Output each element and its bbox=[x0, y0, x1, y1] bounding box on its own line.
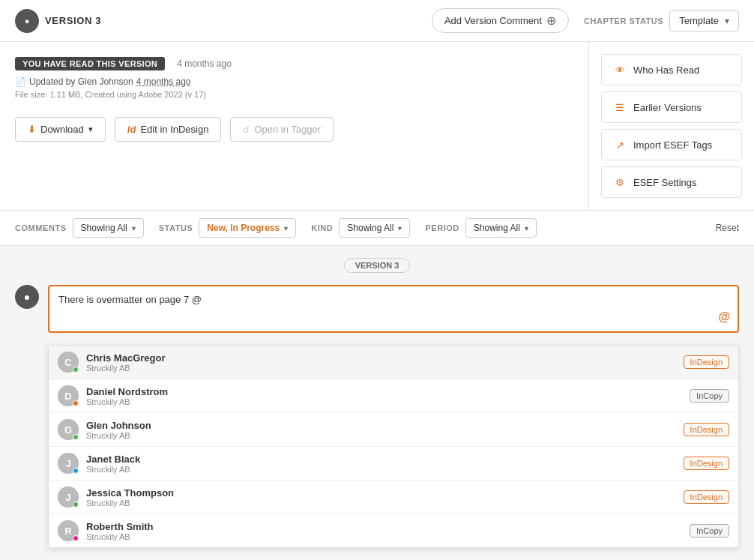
chapter-status-label: CHAPTER STATUS bbox=[584, 16, 663, 25]
status-dot bbox=[73, 502, 79, 508]
updated-line: 📄 Updated by Glen Johnson 4 months ago bbox=[15, 76, 573, 87]
mention-name: Roberth Smith bbox=[86, 521, 682, 532]
mention-app-badge: InDesign bbox=[684, 355, 729, 369]
mention-avatar: G bbox=[58, 419, 79, 440]
comments-filter-label: COMMENTS bbox=[15, 223, 67, 232]
status-dot bbox=[73, 367, 79, 373]
open-tagger-label: Open in Tagger bbox=[254, 124, 321, 135]
settings-icon: ⚙ bbox=[612, 175, 627, 190]
kind-filter-label: KIND bbox=[311, 223, 333, 232]
comments-filter-group: COMMENTS Showing All ▾ bbox=[15, 218, 144, 238]
comments-filter-select[interactable]: Showing All ▾ bbox=[73, 218, 144, 238]
download-button[interactable]: ⬇ Download ▾ bbox=[15, 117, 106, 142]
mention-app-badge: InCopy bbox=[690, 524, 729, 538]
comment-input-row: ● There is overmatter on page 7 @ @ bbox=[15, 285, 739, 333]
edit-indesign-label: Edit in InDesign bbox=[140, 124, 208, 135]
action-buttons: ⬇ Download ▾ Id Edit in InDesign ☌ Open … bbox=[15, 117, 573, 142]
status-dot bbox=[73, 434, 79, 440]
comment-input-box[interactable]: There is overmatter on page 7 @ @ bbox=[48, 285, 739, 333]
add-version-comment-button[interactable]: Add Version Comment ⊕ bbox=[432, 8, 569, 33]
mention-item[interactable]: R Roberth Smith Struckily AB InCopy bbox=[49, 514, 738, 547]
status-dot bbox=[73, 468, 79, 474]
mention-item[interactable]: G Glen Johnson Struckily AB InDesign bbox=[49, 413, 738, 447]
eye-icon: 👁 bbox=[612, 62, 627, 77]
status-chevron-icon: ▾ bbox=[284, 224, 288, 232]
version-badge: ● VERSION 3 bbox=[15, 9, 101, 33]
mention-name: Janet Black bbox=[86, 454, 676, 465]
add-version-label: Add Version Comment bbox=[444, 15, 542, 26]
status-filter-value: New, In Progress bbox=[207, 223, 280, 233]
mention-dropdown: C Chris MacGregor Struckily AB InDesign … bbox=[48, 345, 739, 548]
mention-name: Jessica Thompson bbox=[86, 487, 676, 499]
comment-input-wrapper[interactable]: There is overmatter on page 7 @ @ bbox=[48, 285, 739, 333]
status-filter-label: STATUS bbox=[159, 223, 193, 232]
updated-by: Updated by Glen Johnson bbox=[29, 76, 133, 87]
period-filter-select[interactable]: Showing All ▾ bbox=[465, 218, 537, 238]
mention-item[interactable]: D Daniel Nordstrom Struckily AB InCopy bbox=[49, 379, 738, 413]
mention-avatar: C bbox=[58, 352, 79, 373]
mention-item[interactable]: J Jessica Thompson Struckily AB InDesign bbox=[49, 481, 738, 514]
at-symbol-icon: @ bbox=[718, 310, 730, 324]
mention-company: Struckily AB bbox=[86, 364, 676, 373]
filter-bar: COMMENTS Showing All ▾ STATUS New, In Pr… bbox=[0, 210, 754, 246]
edit-indesign-button[interactable]: Id Edit in InDesign bbox=[115, 117, 222, 142]
comments-area: VERSION 3 ● There is overmatter on page … bbox=[0, 246, 754, 560]
esef-settings-button[interactable]: ⚙ ESEF Settings bbox=[601, 166, 742, 198]
version-tag: VERSION 3 bbox=[15, 258, 739, 273]
main-content: YOU HAVE READ THIS VERSION 4 months ago … bbox=[0, 42, 754, 210]
mention-company: Struckily AB bbox=[86, 465, 676, 474]
top-bar: ● VERSION 3 Add Version Comment ⊕ CHAPTE… bbox=[0, 0, 754, 42]
kind-filter-value: Showing All bbox=[347, 223, 393, 233]
mention-app-badge: InDesign bbox=[684, 423, 729, 436]
mention-name: Glen Johnson bbox=[86, 420, 676, 431]
left-panel: YOU HAVE READ THIS VERSION 4 months ago … bbox=[0, 42, 589, 210]
kind-filter-group: KIND Showing All ▾ bbox=[311, 218, 410, 238]
import-esef-label: Import ESEF Tags bbox=[633, 139, 712, 151]
who-has-read-button[interactable]: 👁 Who Has Read bbox=[601, 54, 742, 85]
mention-info: Janet Black Struckily AB bbox=[86, 454, 676, 474]
open-tagger-button[interactable]: ☌ Open in Tagger bbox=[230, 117, 334, 142]
mention-info: Glen Johnson Struckily AB bbox=[86, 420, 676, 440]
mention-company: Struckily AB bbox=[86, 499, 676, 508]
kind-filter-select[interactable]: Showing All ▾ bbox=[339, 218, 410, 238]
mention-item[interactable]: J Janet Black Struckily AB InDesign bbox=[49, 447, 738, 481]
mention-info: Chris MacGregor Struckily AB bbox=[86, 352, 676, 373]
template-dropdown[interactable]: Template ▾ bbox=[669, 10, 739, 31]
mention-avatar: D bbox=[58, 385, 79, 406]
mention-name: Daniel Nordstrom bbox=[86, 386, 682, 397]
import-icon: ↗ bbox=[612, 137, 627, 152]
mention-info: Jessica Thompson Struckily AB bbox=[86, 487, 676, 508]
mention-company: Struckily AB bbox=[86, 397, 682, 406]
read-badge: YOU HAVE READ THIS VERSION bbox=[15, 57, 165, 70]
period-filter-label: PERIOD bbox=[425, 223, 459, 232]
version-tag-label: VERSION 3 bbox=[344, 258, 411, 273]
period-chevron-icon: ▾ bbox=[525, 224, 528, 232]
current-user-avatar: ● bbox=[15, 285, 39, 309]
download-label: Download bbox=[40, 124, 84, 135]
indesign-icon: Id bbox=[127, 124, 136, 135]
chevron-down-icon: ▾ bbox=[725, 16, 729, 26]
earlier-versions-button[interactable]: ☰ Earlier Versions bbox=[601, 91, 742, 123]
version-icon: ● bbox=[15, 9, 39, 33]
template-label: Template bbox=[679, 15, 719, 26]
reset-button[interactable]: Reset bbox=[716, 223, 739, 233]
dropdown-chevron-icon: ▾ bbox=[88, 124, 93, 134]
mention-avatar: J bbox=[58, 453, 79, 474]
mention-company: Struckily AB bbox=[86, 532, 682, 541]
status-filter-select[interactable]: New, In Progress ▾ bbox=[199, 218, 296, 238]
file-info: File size: 1.11 MB, Created using Adobe … bbox=[15, 90, 573, 99]
esef-settings-label: ESEF Settings bbox=[633, 177, 697, 188]
version-label: VERSION 3 bbox=[45, 15, 101, 26]
who-has-read-label: Who Has Read bbox=[633, 64, 699, 76]
status-filter-group: STATUS New, In Progress ▾ bbox=[159, 218, 297, 238]
mention-item[interactable]: C Chris MacGregor Struckily AB InDesign bbox=[49, 346, 738, 379]
import-esef-tags-button[interactable]: ↗ Import ESEF Tags bbox=[601, 129, 742, 160]
comments-chevron-icon: ▾ bbox=[132, 224, 136, 232]
earlier-versions-label: Earlier Versions bbox=[633, 102, 702, 113]
comments-filter-value: Showing All bbox=[81, 223, 127, 233]
status-dot bbox=[73, 535, 79, 541]
kind-chevron-icon: ▾ bbox=[398, 224, 402, 232]
period-filter-value: Showing All bbox=[474, 223, 520, 233]
mention-avatar: J bbox=[58, 487, 79, 508]
mention-name: Chris MacGregor bbox=[86, 352, 676, 364]
